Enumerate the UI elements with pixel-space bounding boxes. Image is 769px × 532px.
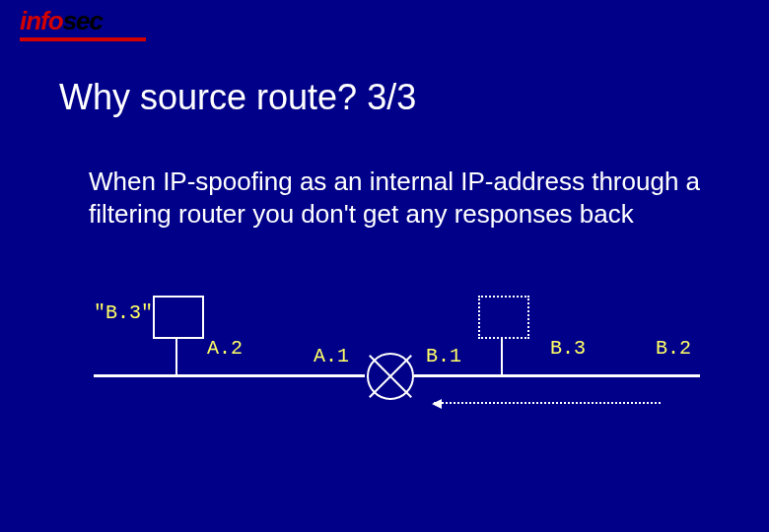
blocked-response-arrow bbox=[434, 402, 661, 404]
label-b1: B.1 bbox=[426, 345, 461, 367]
label-b2: B.2 bbox=[656, 337, 691, 360]
label-a2: A.2 bbox=[207, 337, 243, 360]
attacker-host-box bbox=[153, 296, 204, 339]
label-a1: A.1 bbox=[314, 345, 349, 367]
slide-title: Why source route? 3/3 bbox=[59, 77, 416, 118]
label-spoofed-src: "B.3" bbox=[94, 301, 153, 324]
network-diagram: "B.3" A.2 A.1 B.1 B.3 B.2 bbox=[0, 296, 769, 493]
logo: infosec bbox=[20, 8, 103, 33]
lan-a-backbone bbox=[94, 374, 365, 377]
server-drop bbox=[501, 337, 503, 374]
logo-underline bbox=[20, 37, 146, 41]
lan-b-backbone bbox=[414, 374, 700, 377]
logo-left: info bbox=[20, 6, 63, 35]
label-b3: B.3 bbox=[550, 337, 586, 360]
target-server-box bbox=[478, 296, 529, 339]
slide-body-text: When IP-spoofing as an internal IP-addre… bbox=[89, 166, 710, 230]
logo-right: sec bbox=[63, 6, 103, 35]
attacker-drop bbox=[175, 337, 177, 374]
filtering-router-icon bbox=[367, 353, 414, 400]
